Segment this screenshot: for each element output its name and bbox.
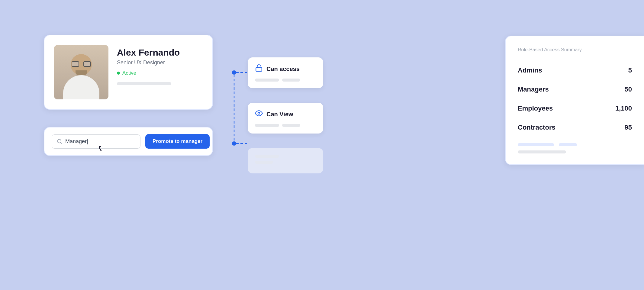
profile-card: Alex Fernando Senior UX Designer Active [44, 35, 213, 110]
contractors-label: Contractors [518, 124, 555, 131]
profile-status: Active [117, 70, 203, 76]
summary-row-managers: Managers 50 [518, 80, 632, 99]
summary-row-admins: Admins 5 [518, 61, 632, 80]
admins-value: 5 [628, 66, 632, 74]
summary-row-contractors: Contractors 95 [518, 118, 632, 137]
svg-line-6 [60, 142, 61, 143]
svg-point-0 [232, 70, 236, 75]
contractors-value: 95 [625, 124, 632, 131]
search-icon [57, 139, 62, 144]
summary-bottom-bar [518, 150, 566, 153]
summary-footer [518, 143, 632, 146]
can-view-card: Can View [248, 103, 323, 134]
managers-value: 50 [625, 85, 632, 93]
status-text: Active [122, 70, 136, 76]
ghost-card [248, 148, 323, 173]
profile-info: Alex Fernando Senior UX Designer Active [117, 45, 203, 85]
admins-label: Admins [518, 66, 542, 74]
lock-open-icon [255, 64, 263, 74]
svg-rect-7 [256, 68, 262, 71]
footer-bar-1 [518, 143, 554, 146]
search-input[interactable] [65, 138, 135, 145]
profile-bar [117, 82, 171, 85]
avatar [54, 45, 108, 99]
profile-title: Senior UX Designer [117, 60, 203, 66]
can-view-bars [255, 124, 316, 127]
svg-point-8 [258, 112, 260, 114]
search-wrapper[interactable] [52, 134, 140, 149]
employees-value: 1,100 [615, 105, 632, 112]
perm-bar-2 [282, 79, 300, 82]
can-access-card: Can access [248, 57, 323, 88]
promote-to-manager-button[interactable]: Promote to manager [145, 134, 210, 149]
summary-row-employees: Employees 1,100 [518, 99, 632, 118]
footer-bar-2 [559, 143, 577, 146]
perm-bar-1 [255, 79, 279, 82]
action-card: Promote to manager [44, 127, 213, 156]
managers-label: Managers [518, 85, 549, 93]
perm-bar-3 [255, 124, 279, 127]
ghost-bar-2 [255, 161, 273, 164]
svg-point-2 [232, 141, 236, 146]
ghost-bar-1 [255, 155, 279, 158]
summary-panel: Role-Based Access Summary Admins 5 Manag… [505, 36, 644, 165]
profile-name: Alex Fernando [117, 47, 203, 58]
can-access-label: Can access [266, 66, 300, 72]
perm-bar-4 [282, 124, 300, 127]
employees-label: Employees [518, 105, 553, 112]
summary-title: Role-Based Access Summary [518, 47, 632, 53]
can-access-header: Can access [255, 64, 316, 74]
can-view-header: Can View [255, 109, 316, 119]
can-view-label: Can View [266, 111, 293, 118]
status-dot [117, 72, 120, 75]
can-access-bars [255, 79, 316, 82]
eye-icon [255, 109, 263, 119]
